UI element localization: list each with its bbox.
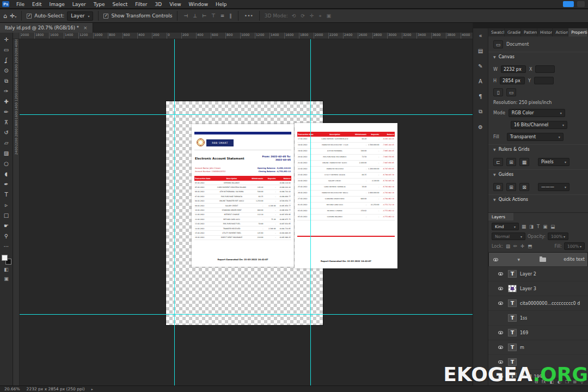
menu-item[interactable]: File xyxy=(13,0,28,9)
tool-button[interactable]: ✛ xyxy=(1,34,13,45)
horizontal-ruler[interactable]: 2000180016001400120010008006004002000200… xyxy=(20,33,473,39)
menu-item[interactable]: 3D xyxy=(151,0,166,9)
auto-select-checkbox[interactable] xyxy=(27,14,32,19)
canvas-width-field[interactable]: 2232 px xyxy=(501,65,526,73)
tab-actions[interactable]: Actions xyxy=(553,28,568,36)
menu-item[interactable]: Help xyxy=(212,0,231,9)
landscape-orientation-icon[interactable]: ▭ xyxy=(506,88,516,96)
share-button-icon[interactable] xyxy=(563,1,574,7)
filter-type-icon[interactable]: T xyxy=(536,224,540,229)
lock-pixels-icon[interactable]: ✏ xyxy=(513,243,518,249)
filter-adjustment-icon[interactable]: ◨ xyxy=(529,224,534,229)
canvas-y-field[interactable] xyxy=(534,77,554,84)
units-dropdown[interactable]: Pixels▾ xyxy=(538,158,569,166)
tool-button[interactable]: ◖ xyxy=(1,169,13,179)
layer-row[interactable]: T 169 xyxy=(488,326,588,340)
filter-pixel-icon[interactable]: ▦ xyxy=(521,224,526,229)
auto-select-dropdown[interactable]: Layer▾ xyxy=(67,11,93,21)
section-guides[interactable]: ▼ Guides xyxy=(488,169,588,179)
canvas-x-field[interactable] xyxy=(535,65,555,73)
tab-patterns[interactable]: Patterns xyxy=(521,28,537,36)
menu-item[interactable]: Filter xyxy=(131,0,151,9)
canvas-viewport[interactable]: RBB SMART Electronic Account Statement F… xyxy=(20,39,473,385)
document-tab[interactable]: Italy id.psd @ 20.7% (RGB/16) * × xyxy=(0,23,93,33)
menu-item[interactable]: View xyxy=(166,0,185,9)
paragraph-panel-icon[interactable]: ¶ xyxy=(475,91,486,101)
clone-source-panel-icon[interactable]: ⧉ xyxy=(475,107,486,117)
layer-row[interactable]: T cita0000000...ccccccccc0 d xyxy=(488,296,588,311)
tool-button[interactable]: ☛ xyxy=(1,220,13,231)
align-center-icon[interactable]: ⊥ xyxy=(192,13,198,19)
lock-transparency-icon[interactable]: ▨ xyxy=(505,243,511,249)
color-swatches[interactable] xyxy=(2,255,11,265)
clear-guides-icon[interactable]: ⊠ xyxy=(519,183,529,191)
visibility-toggle[interactable] xyxy=(496,316,505,320)
orbit-3d-icon[interactable]: ⟲ xyxy=(291,13,297,19)
ruler-origin[interactable] xyxy=(13,33,20,39)
tab-properties[interactable]: Properties xyxy=(568,28,588,36)
lock-all-icon[interactable]: ⬒ xyxy=(527,243,532,249)
layer-row[interactable]: T Layer 2 xyxy=(488,267,588,281)
tool-button[interactable]: T xyxy=(1,189,13,200)
align-top-icon[interactable]: ⊤ xyxy=(210,13,217,19)
quick-mask-icon[interactable]: ◧ xyxy=(1,265,13,274)
section-canvas[interactable]: ▼ Canvas xyxy=(488,52,588,62)
guide-horizontal-1[interactable] xyxy=(20,114,473,115)
tool-button[interactable]: ✒ xyxy=(1,179,13,189)
screen-mode-icon[interactable]: ▣ xyxy=(1,274,13,283)
drag-3d-icon[interactable]: ✛ xyxy=(309,13,315,19)
menu-item[interactable]: Window xyxy=(185,0,212,9)
status-options-icon[interactable]: ▸ xyxy=(91,387,93,391)
visibility-toggle[interactable] xyxy=(496,302,505,305)
close-tab-icon[interactable]: × xyxy=(83,25,88,30)
layer-row[interactable]: T 1ss xyxy=(488,311,588,326)
tab-history[interactable]: History xyxy=(537,28,553,36)
roll-3d-icon[interactable]: ⟳ xyxy=(299,13,306,19)
layer-row-group[interactable]: ▼ edite text xyxy=(488,252,588,267)
tool-button[interactable]: ⚲ xyxy=(1,231,13,241)
layer-row[interactable]: T m xyxy=(488,340,588,355)
visibility-toggle[interactable] xyxy=(496,346,505,349)
filter-shape-icon[interactable]: ▣ xyxy=(542,224,548,229)
settings-panel-icon[interactable]: ⚙ xyxy=(475,122,486,132)
tool-button[interactable]: ✏ xyxy=(1,107,13,117)
align-right-icon[interactable]: ⊢ xyxy=(201,13,207,19)
adjustments-panel-icon[interactable]: ✎ xyxy=(475,61,486,71)
distribute-horizontal-icon[interactable]: ≡ xyxy=(219,13,226,19)
foreground-color-swatch[interactable] xyxy=(2,255,8,261)
tool-button[interactable]: □ xyxy=(1,210,13,220)
guide-style-dropdown[interactable]: ———▾ xyxy=(538,183,569,191)
slide-3d-icon[interactable]: ⌖ xyxy=(318,13,323,19)
tool-button[interactable]: ✑ xyxy=(1,86,13,96)
visibility-toggle[interactable] xyxy=(496,331,505,334)
tool-button[interactable]: ʆ xyxy=(1,55,13,65)
grid-icon[interactable]: ⊞ xyxy=(506,158,516,166)
tab-gradients[interactable]: Gradients xyxy=(505,28,521,36)
menu-item[interactable]: Select xyxy=(108,0,131,9)
ruler-icon[interactable]: ⊏ xyxy=(493,158,503,166)
color-mode-dropdown[interactable]: RGB Color▾ xyxy=(509,109,565,117)
tool-button[interactable]: ⧉ xyxy=(1,76,13,86)
zoom-level-field[interactable]: 20.66% xyxy=(4,387,20,391)
visibility-toggle[interactable] xyxy=(496,287,505,290)
blend-mode-dropdown[interactable]: Normal▾ xyxy=(492,232,525,240)
guide-vertical-2[interactable] xyxy=(310,39,311,385)
group-expand-icon[interactable]: ▼ xyxy=(517,258,522,261)
swatches-panel-icon[interactable]: ▤ xyxy=(475,46,486,56)
section-rulers-grids[interactable]: ▼ Rulers & Grids xyxy=(488,144,588,154)
canvas-height-field[interactable]: 2854 px xyxy=(500,77,525,84)
tool-button[interactable]: ▭ xyxy=(1,45,13,55)
filter-kind-dropdown[interactable]: Kind▾ xyxy=(492,223,519,230)
tool-button[interactable]: ▱ xyxy=(1,138,13,148)
portrait-orientation-icon[interactable]: ▯ xyxy=(493,88,503,96)
guide-vertical-1[interactable] xyxy=(174,39,175,385)
lock-position-icon[interactable]: ✛ xyxy=(520,243,525,249)
character-panel-icon[interactable]: A xyxy=(475,76,486,86)
tool-button[interactable]: ⊼ xyxy=(1,117,13,127)
fill-dropdown[interactable]: Transparent▾ xyxy=(507,133,564,141)
tool-button[interactable]: ○ xyxy=(1,158,13,169)
menu-item[interactable]: Type xyxy=(90,0,109,9)
fill-opacity-dropdown[interactable]: 100%▾ xyxy=(564,242,585,250)
visibility-toggle[interactable] xyxy=(496,272,505,275)
collapse-panels-icon[interactable]: « xyxy=(475,30,486,40)
